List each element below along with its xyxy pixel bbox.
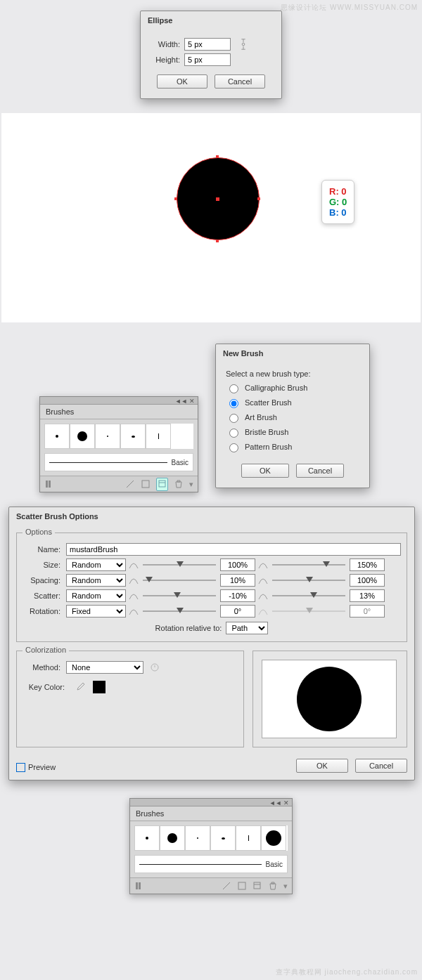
ellipse-dialog: Ellipse Width: Height: OK Cancel <box>140 11 282 99</box>
scatter-mode[interactable]: Random <box>66 589 126 602</box>
handle-right[interactable] <box>257 197 260 200</box>
scatter-value-1[interactable] <box>220 589 255 602</box>
brush-swatches <box>44 424 193 449</box>
panel-collapse-icon[interactable]: ◄◄ ✕ <box>269 799 289 806</box>
new-brush-icon[interactable] <box>252 881 262 891</box>
brush-swatch[interactable] <box>146 424 171 449</box>
options-icon[interactable] <box>237 881 247 891</box>
brush-swatch[interactable] <box>185 825 210 851</box>
key-color-swatch[interactable] <box>93 681 106 693</box>
scatter-options-dialog: Scatter Brush Options Options Name: Size… <box>8 507 415 780</box>
scatter-slider-1[interactable] <box>143 592 216 600</box>
curve-icon <box>258 591 268 601</box>
brushes-panel: ◄◄ ✕ Brushes Basic ▾ <box>39 396 198 492</box>
ellipse-title: Ellipse <box>141 11 281 30</box>
ok-button[interactable]: OK <box>157 74 207 89</box>
height-label: Height: <box>149 55 180 64</box>
spacing-slider-1[interactable] <box>143 576 216 584</box>
handle-center[interactable] <box>216 197 219 201</box>
rotation-slider-1[interactable] <box>143 607 216 615</box>
rotation-slider-2 <box>272 607 345 615</box>
trash-icon[interactable] <box>268 881 278 891</box>
eyedropper-icon[interactable] <box>75 681 86 693</box>
brush-swatch[interactable] <box>95 424 120 449</box>
scatter-slider-2[interactable] <box>272 592 345 600</box>
rotation-mode[interactable]: Fixed <box>66 605 126 618</box>
new-brush-title: New Brush <box>216 344 369 362</box>
height-input[interactable] <box>184 53 231 66</box>
panel-collapse-icon[interactable]: ◄◄ ✕ <box>175 398 195 405</box>
options-icon[interactable] <box>141 479 151 489</box>
brush-swatch[interactable] <box>210 825 236 851</box>
width-input[interactable] <box>184 38 231 51</box>
rotation-relative-select[interactable]: Path <box>226 622 268 634</box>
curve-icon <box>258 560 268 570</box>
svg-rect-5 <box>254 882 260 889</box>
library-icon[interactable] <box>134 881 144 891</box>
size-value-2[interactable] <box>350 558 385 571</box>
scatter-value-2[interactable] <box>350 589 385 602</box>
svg-rect-2 <box>159 481 165 487</box>
cancel-button[interactable]: Cancel <box>355 759 407 773</box>
method-select[interactable]: None <box>66 661 143 674</box>
rgb-readout: R: 0 G: 0 B: 0 <box>321 180 354 224</box>
curve-icon <box>129 575 139 585</box>
size-slider-1[interactable] <box>143 561 216 569</box>
spacing-value-1[interactable] <box>220 574 255 587</box>
brushes-tab[interactable]: Brushes <box>130 806 292 821</box>
rotation-value-1[interactable] <box>220 605 255 618</box>
brushes-tab[interactable]: Brushes <box>40 405 198 419</box>
trash-icon[interactable] <box>174 479 184 489</box>
radio-calligraphic[interactable] <box>229 384 238 393</box>
new-brush-icon[interactable] <box>156 478 168 491</box>
remove-stroke-icon[interactable] <box>125 479 135 489</box>
brushes-panel-after: ◄◄ ✕ Brushes Basic ▾ <box>129 798 293 894</box>
spacing-mode[interactable]: Random <box>66 574 126 587</box>
radio-scatter[interactable] <box>229 399 238 408</box>
panel-grip[interactable]: ◄◄ ✕ <box>40 397 198 405</box>
scatter-title: Scatter Brush Options <box>9 507 414 525</box>
brush-swatch[interactable] <box>236 825 261 851</box>
handle-top[interactable] <box>216 155 219 158</box>
radio-pattern[interactable] <box>229 443 238 452</box>
radio-bristle[interactable] <box>229 429 238 438</box>
remove-stroke-icon[interactable] <box>222 881 231 891</box>
panel-grip[interactable]: ◄◄ ✕ <box>130 799 292 806</box>
link-icon[interactable] <box>238 38 249 51</box>
colorization-fieldset: Colorization Method: None Key Color: <box>16 651 244 747</box>
preview-fieldset <box>252 651 407 747</box>
library-icon[interactable] <box>44 479 54 489</box>
basic-stroke[interactable]: Basic <box>44 453 193 471</box>
ok-button[interactable]: OK <box>296 759 348 773</box>
spacing-value-2[interactable] <box>350 574 385 587</box>
brush-swatch[interactable] <box>120 424 146 449</box>
svg-rect-4 <box>238 882 245 889</box>
svg-rect-1 <box>142 481 149 488</box>
ok-button[interactable]: OK <box>241 464 289 478</box>
basic-stroke[interactable]: Basic <box>134 855 288 873</box>
tip-icon[interactable] <box>151 663 159 672</box>
watermark-top: 思缘设计论坛 WWW.MISSYUAN.COM <box>281 3 418 13</box>
svg-point-0 <box>242 43 245 46</box>
name-input[interactable] <box>66 543 401 556</box>
rotation-value-2 <box>350 605 385 618</box>
curve-icon <box>258 575 268 585</box>
brush-swatch[interactable] <box>134 825 160 851</box>
brush-swatch[interactable] <box>160 825 185 851</box>
brush-swatch[interactable] <box>44 424 70 449</box>
preview-checkbox[interactable]: Preview <box>16 763 56 772</box>
size-slider-2[interactable] <box>272 561 345 569</box>
handle-left[interactable] <box>174 197 177 200</box>
handle-bottom[interactable] <box>216 240 219 242</box>
brush-swatch-mustard[interactable] <box>261 825 286 851</box>
cancel-button[interactable]: Cancel <box>296 464 344 478</box>
cancel-button[interactable]: Cancel <box>215 74 265 89</box>
radio-art[interactable] <box>229 414 238 423</box>
size-mode[interactable]: Random <box>66 558 126 571</box>
size-value-1[interactable] <box>220 558 255 571</box>
options-fieldset: Options Name: Size: Random Spacing: Rand… <box>16 533 407 642</box>
brush-swatch[interactable] <box>70 424 95 449</box>
spacing-slider-2[interactable] <box>272 576 345 584</box>
rotation-relative-label: Rotation relative to: <box>155 624 222 632</box>
artboard[interactable]: R: 0 G: 0 B: 0 <box>1 113 421 322</box>
